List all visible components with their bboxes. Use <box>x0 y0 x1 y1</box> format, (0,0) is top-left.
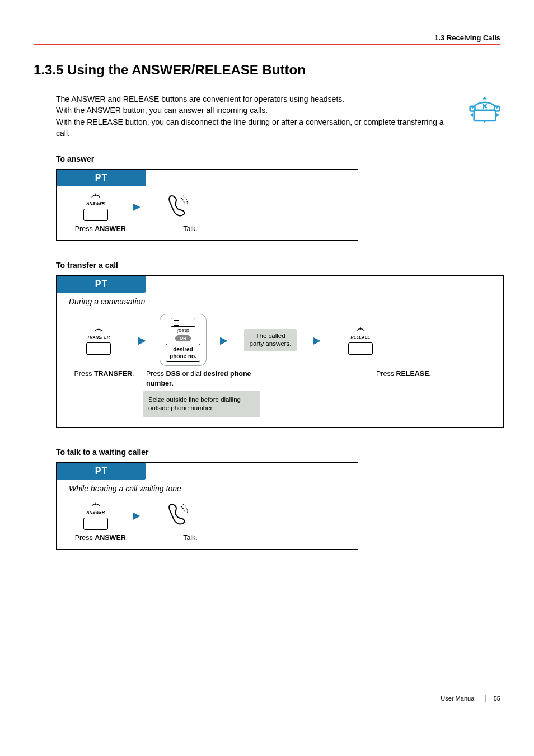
svg-rect-2 <box>495 106 500 111</box>
step-dss-or-dial: (DSS) OR desired phone no. <box>155 314 211 366</box>
context-during-conversation: During a conversation <box>69 297 503 306</box>
steps-row-transfer: TRANSFER ▶ (DSS) OR desired phone no. ▶ <box>57 308 503 369</box>
answer-label: ANSWER <box>87 201 105 205</box>
step-talk-2 <box>149 501 205 529</box>
steps-row-answer: ANSWER ▶ <box>57 186 358 224</box>
captions-answer: Press ANSWER. Talk. <box>57 224 358 233</box>
steps-row-waiting: ANSWER ▶ <box>57 495 358 533</box>
caption-press-transfer: Press TRANSFER. <box>74 369 134 378</box>
intro-line-3: With the RELEASE button, you can disconn… <box>56 116 458 139</box>
breadcrumb-text: 1.3 Receiving Calls <box>434 34 500 42</box>
arrow-icon: ▶ <box>217 334 231 346</box>
answer-label: ANSWER <box>87 510 105 514</box>
caption-press-answer: Press ANSWER. <box>75 224 128 233</box>
captions-transfer: Press TRANSFER. Press DSS or dial desire… <box>57 369 503 388</box>
procedure-transfer: PT During a conversation TRANSFER ▶ (DSS… <box>56 275 504 427</box>
heading-to-waiting: To talk to a waiting caller <box>56 448 500 457</box>
pt-label: PT <box>57 170 146 186</box>
breadcrumb: 1.3 Receiving Calls <box>34 34 500 45</box>
footer-page-number: 55 <box>485 695 500 702</box>
svg-rect-1 <box>470 106 475 111</box>
svg-marker-15 <box>95 504 97 505</box>
svg-marker-7 <box>470 113 473 117</box>
step-answer-button-2: ANSWER <box>68 501 124 530</box>
arrow-icon: ▶ <box>135 334 149 346</box>
intro-row: The ANSWER and RELEASE buttons are conve… <box>56 93 500 139</box>
answer-button-draw <box>83 209 108 221</box>
step-talk <box>149 192 205 221</box>
called-party-note: The called party answers. <box>244 329 297 351</box>
caption-talk-2: Talk. <box>183 533 198 542</box>
caption-press-release: Press RELEASE. <box>376 369 431 378</box>
transfer-arrow-icon <box>93 326 104 335</box>
or-pill: OR <box>175 335 191 341</box>
pt-label: PT <box>57 276 146 293</box>
caption-press-answer-2: Press ANSWER. <box>75 533 128 542</box>
procedure-answer: PT ANSWER ▶ Press ANSWER. <box>56 169 358 241</box>
arrow-icon: ▶ <box>310 334 324 346</box>
caption-press-dss: Press DSS or dial desired phone number. <box>146 369 258 388</box>
svg-marker-5 <box>483 96 487 99</box>
pt-label: PT <box>57 463 146 480</box>
handset-down-icon <box>91 501 101 510</box>
release-label: RELEASE <box>350 335 370 339</box>
dss-button-draw <box>171 318 195 327</box>
captions-waiting: Press ANSWER. Talk. <box>57 533 358 542</box>
svg-marker-13 <box>359 327 362 328</box>
intro-line-1: The ANSWER and RELEASE buttons are conve… <box>56 93 458 105</box>
handset-talk-icon <box>164 192 191 221</box>
operator-phone-icon <box>469 93 500 126</box>
transfer-label: TRANSFER <box>87 335 110 339</box>
step-answer-button: ANSWER <box>68 192 124 221</box>
desired-phone-box: desired phone no. <box>166 344 200 362</box>
handset-talk-icon <box>164 501 191 529</box>
step-transfer-button: TRANSFER <box>68 326 129 355</box>
heading-to-answer: To answer <box>56 154 500 163</box>
procedure-waiting: PT While hearing a call waiting tone ANS… <box>56 462 358 550</box>
step-release-button: RELEASE <box>330 326 391 355</box>
svg-marker-10 <box>95 195 97 196</box>
context-call-waiting: While hearing a call waiting tone <box>69 484 358 493</box>
svg-rect-0 <box>474 110 496 121</box>
heading-to-transfer: To transfer a call <box>56 261 500 270</box>
intro-text: The ANSWER and RELEASE buttons are conve… <box>56 93 458 139</box>
page-footer: User Manual 55 <box>34 695 500 702</box>
intro-line-2: With the ANSWER button, you can answer a… <box>56 105 458 116</box>
dss-label: (DSS) <box>177 328 189 333</box>
choice-wrap: (DSS) OR desired phone no. <box>160 314 207 366</box>
arrow-icon: ▶ <box>129 509 144 522</box>
handset-down-icon <box>91 192 101 201</box>
page-title: 1.3.5 Using the ANSWER/RELEASE Button <box>34 62 500 78</box>
svg-marker-8 <box>496 113 499 117</box>
step-called-party: The called party answers. <box>237 329 304 351</box>
footer-manual: User Manual <box>441 695 475 702</box>
note-seize-outside-line: Seize outside line before dialling outsi… <box>143 391 260 417</box>
caption-talk: Talk. <box>183 224 198 233</box>
arrow-icon: ▶ <box>129 200 144 213</box>
handset-up-icon <box>355 326 366 335</box>
